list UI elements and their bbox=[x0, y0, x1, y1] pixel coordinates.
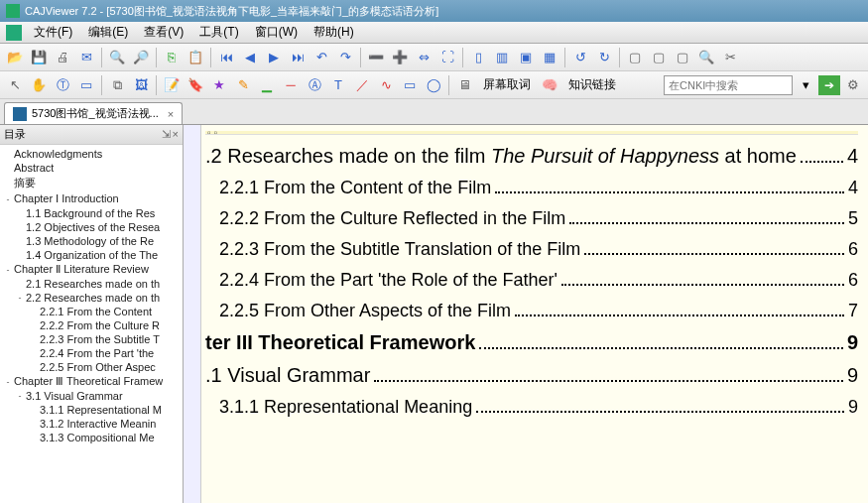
outline-node[interactable]: 1.3 Methodology of the Re bbox=[0, 234, 183, 248]
pin-icon[interactable]: ⇲ bbox=[162, 128, 171, 141]
outline-label: Chapter Ⅰ Introduction bbox=[14, 192, 119, 205]
mail-icon[interactable]: ✉ bbox=[75, 47, 97, 68]
layout-facing-icon[interactable]: ▣ bbox=[515, 47, 537, 68]
outline-node[interactable]: 1.1 Background of the Res bbox=[0, 206, 183, 220]
ocr-icon[interactable]: ⧉ bbox=[106, 74, 128, 96]
layout-book-icon[interactable]: ▦ bbox=[539, 47, 560, 68]
hand-icon[interactable]: ✋ bbox=[28, 74, 50, 96]
toc-page: 4 bbox=[848, 178, 858, 198]
settings-icon[interactable]: ⚙ bbox=[842, 74, 864, 96]
search-go-button[interactable]: ➔ bbox=[818, 75, 840, 95]
sidebar-close-icon[interactable]: × bbox=[173, 128, 179, 141]
open-icon[interactable]: 📂 bbox=[4, 47, 26, 68]
paste-icon[interactable]: 📋 bbox=[185, 47, 206, 68]
zoom-out-icon[interactable]: ➖ bbox=[365, 47, 387, 68]
underline-icon[interactable]: ▁ bbox=[256, 74, 278, 96]
toc-line: 2.2.1 From the Content of the Film 4 bbox=[205, 178, 858, 198]
outline-node[interactable]: Acknowledgments bbox=[0, 147, 183, 161]
area-select-icon[interactable]: ▭ bbox=[75, 74, 97, 96]
magnify-icon[interactable]: 🔍 bbox=[695, 47, 717, 68]
outline-node[interactable]: -Chapter Ⅱ Literature Review bbox=[0, 262, 183, 277]
knowlink-icon[interactable]: 🧠 bbox=[539, 74, 560, 96]
expander-icon[interactable]: - bbox=[2, 377, 14, 387]
page-b-icon[interactable]: ▢ bbox=[648, 47, 670, 68]
outline-node[interactable]: 2.2.2 From the Culture R bbox=[0, 318, 183, 332]
search-input[interactable] bbox=[664, 75, 793, 95]
ellipse-icon[interactable]: ◯ bbox=[423, 74, 444, 96]
highlight-icon[interactable]: ✎ bbox=[232, 74, 254, 96]
document-tab[interactable]: 5730图书馆_视觉语法视... × bbox=[4, 102, 183, 124]
outline-node[interactable]: -Chapter Ⅰ Introduction bbox=[0, 191, 183, 206]
forward-icon[interactable]: ↷ bbox=[334, 47, 356, 68]
page-a-icon[interactable]: ▢ bbox=[624, 47, 646, 68]
layout-cont-icon[interactable]: ▥ bbox=[491, 47, 513, 68]
screen-pick-icon[interactable]: 🖥 bbox=[453, 74, 475, 96]
outline-node[interactable]: Abstract bbox=[0, 161, 183, 175]
find-icon[interactable]: 🔍 bbox=[106, 47, 128, 68]
next-page-icon[interactable]: ▶ bbox=[263, 47, 285, 68]
separator bbox=[462, 48, 463, 67]
outline-node[interactable]: 3.1.3 Compositional Me bbox=[0, 431, 183, 444]
layout-single-icon[interactable]: ▯ bbox=[467, 47, 489, 68]
fit-width-icon[interactable]: ⇔ bbox=[413, 47, 434, 68]
expander-icon[interactable]: - bbox=[14, 293, 26, 303]
last-page-icon[interactable]: ⏭ bbox=[287, 47, 309, 68]
crop-icon[interactable]: ✂ bbox=[719, 47, 741, 68]
back-icon[interactable]: ↶ bbox=[310, 47, 332, 68]
note-icon[interactable]: 📝 bbox=[161, 74, 183, 96]
outline-node[interactable]: -2.2 Researches made on th bbox=[0, 291, 183, 305]
curve-icon[interactable]: ∿ bbox=[375, 74, 397, 96]
toc-text: 3.1.1 Representational Meaning bbox=[219, 397, 472, 418]
outline-node[interactable]: 2.2.4 From the Part 'the bbox=[0, 346, 183, 360]
menu-window[interactable]: 窗口(W) bbox=[247, 22, 306, 43]
menu-help[interactable]: 帮助(H) bbox=[306, 22, 362, 43]
fit-page-icon[interactable]: ⛶ bbox=[436, 47, 458, 68]
document-view[interactable]: ▫▫ .2 Researches made on the film The Pu… bbox=[201, 125, 868, 503]
knowlink-label[interactable]: 知识链接 bbox=[562, 76, 622, 93]
outline-label: 3.1.3 Compositional Me bbox=[40, 432, 155, 443]
prev-page-icon[interactable]: ◀ bbox=[239, 47, 261, 68]
outline-node[interactable]: 2.2.1 From the Content bbox=[0, 305, 183, 318]
menu-tools[interactable]: 工具(T) bbox=[191, 22, 246, 43]
rotate-left-icon[interactable]: ↺ bbox=[569, 47, 591, 68]
outline-node[interactable]: 2.1 Researches made on th bbox=[0, 277, 183, 291]
outline-node[interactable]: 3.1.2 Interactive Meanin bbox=[0, 417, 183, 431]
strikeout-icon[interactable]: ─ bbox=[280, 74, 302, 96]
menu-view[interactable]: 查看(V) bbox=[136, 22, 191, 43]
line-icon[interactable]: ／ bbox=[351, 74, 373, 96]
annotation-t-icon[interactable]: T bbox=[327, 74, 349, 96]
outline-node[interactable]: 2.2.5 From Other Aspec bbox=[0, 360, 183, 374]
zoom-in-icon[interactable]: ➕ bbox=[389, 47, 411, 68]
bookmark-icon[interactable]: 🔖 bbox=[185, 74, 206, 96]
find-next-icon[interactable]: 🔎 bbox=[130, 47, 152, 68]
save-icon[interactable]: 💾 bbox=[28, 47, 50, 68]
copy-icon[interactable]: ⎘ bbox=[161, 47, 183, 68]
outline-node[interactable]: -3.1 Visual Grammar bbox=[0, 389, 183, 403]
rect-icon[interactable]: ▭ bbox=[399, 74, 421, 96]
mark-icon[interactable]: ★ bbox=[208, 74, 230, 96]
search-dropdown-icon[interactable]: ▾ bbox=[795, 74, 816, 96]
annotation-a-icon[interactable]: Ⓐ bbox=[304, 74, 325, 96]
image-select-icon[interactable]: 🖼 bbox=[130, 74, 152, 96]
expander-icon[interactable]: - bbox=[2, 265, 14, 275]
outline-node[interactable]: 1.2 Objectives of the Resea bbox=[0, 220, 183, 234]
expander-icon[interactable]: - bbox=[14, 391, 26, 401]
toc-text: 2.2.1 From the Content of the Film bbox=[219, 178, 491, 198]
cursor-icon[interactable]: ↖ bbox=[4, 74, 26, 96]
outline-node[interactable]: 3.1.1 Representational M bbox=[0, 403, 183, 417]
first-page-icon[interactable]: ⏮ bbox=[215, 47, 237, 68]
menu-edit[interactable]: 编辑(E) bbox=[80, 22, 136, 43]
print-icon[interactable]: 🖨 bbox=[52, 47, 73, 68]
expander-icon[interactable]: - bbox=[2, 194, 14, 204]
outline-node[interactable]: 1.4 Organization of the The bbox=[0, 248, 183, 262]
rotate-right-icon[interactable]: ↻ bbox=[593, 47, 615, 68]
close-icon[interactable]: × bbox=[168, 108, 174, 120]
outline-node[interactable]: -Chapter Ⅲ Theoretical Framew bbox=[0, 374, 183, 389]
screen-pick-label[interactable]: 屏幕取词 bbox=[477, 76, 537, 93]
page-c-icon[interactable]: ▢ bbox=[672, 47, 693, 68]
text-select-icon[interactable]: Ⓣ bbox=[52, 74, 73, 96]
menu-file[interactable]: 文件(F) bbox=[26, 22, 80, 43]
toc-text: .1 Visual Grammar bbox=[205, 364, 370, 387]
outline-node[interactable]: 2.2.3 From the Subtitle T bbox=[0, 332, 183, 346]
outline-node[interactable]: 摘要 bbox=[0, 175, 183, 191]
